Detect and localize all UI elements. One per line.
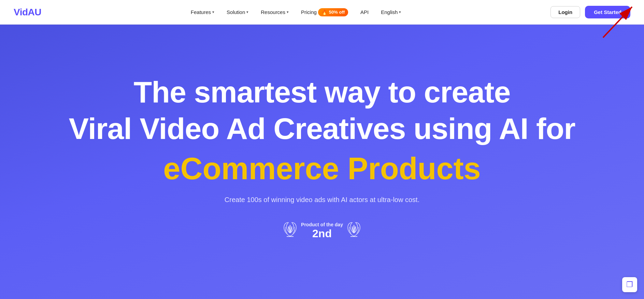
nav-label-api: API [360,9,369,15]
product-of-day: Product of the day 2nd [283,221,361,241]
chevron-down-icon: ▾ [287,10,289,14]
nav-actions: Login Get Started [550,6,630,18]
chevron-down-icon: ▾ [246,10,248,14]
nav-item-api[interactable]: API [360,9,369,15]
nav-item-language[interactable]: English ▾ [381,9,401,15]
nav-item-pricing[interactable]: Pricing 🔥 50% off [301,8,348,16]
chevron-down-icon: ▾ [399,10,401,14]
hero-title-line2: Viral Video Ad Creatives using AI for [69,112,575,145]
nav-link-features[interactable]: Features ▾ [191,9,214,15]
login-button[interactable]: Login [550,6,580,18]
nav-label-resources: Resources [261,9,285,15]
nav-label-features: Features [191,9,211,15]
logo-text: VidAU [14,7,41,17]
hero-title-line1: The smartest way to create [134,76,511,109]
nav-link-resources[interactable]: Resources ▾ [261,9,289,15]
product-of-day-text: Product of the day 2nd [301,222,343,240]
nav-label-solution: Solution [227,9,245,15]
navbar: VidAU Features ▾ Solution ▾ Resources ▾ … [0,0,644,25]
product-of-day-label: Product of the day [301,222,343,227]
nav-link-api[interactable]: API [360,9,369,15]
chat-bubble-button[interactable]: ❐ [622,277,637,292]
fire-icon: 🔥 [321,10,327,15]
nav-item-solution[interactable]: Solution ▾ [227,9,248,15]
nav-item-resources[interactable]: Resources ▾ [261,9,289,15]
chat-icon: ❐ [626,280,633,289]
nav-link-language[interactable]: English ▾ [381,9,401,15]
nav-link-pricing[interactable]: Pricing 🔥 50% off [301,8,348,16]
product-of-day-rank: 2nd [301,227,343,240]
nav-label-pricing: Pricing [301,9,317,15]
nav-links: Features ▾ Solution ▾ Resources ▾ Pricin… [191,8,401,16]
nav-item-features[interactable]: Features ▾ [191,9,214,15]
pricing-badge-text: 50% off [329,10,345,15]
hero-subtitle: Create 100s of winning video ads with AI… [225,196,419,204]
logo[interactable]: VidAU [14,7,41,18]
nav-link-solution[interactable]: Solution ▾ [227,9,248,15]
nav-label-language: English [381,9,398,15]
hero-section: The smartest way to create Viral Video A… [0,25,644,299]
get-started-button[interactable]: Get Started [585,6,630,18]
pricing-badge: 🔥 50% off [318,8,348,16]
hero-title-highlight: eCommerce Products [163,152,481,186]
laurel-left-icon [283,221,297,241]
laurel-right-icon [347,221,361,241]
chevron-down-icon: ▾ [212,10,214,14]
